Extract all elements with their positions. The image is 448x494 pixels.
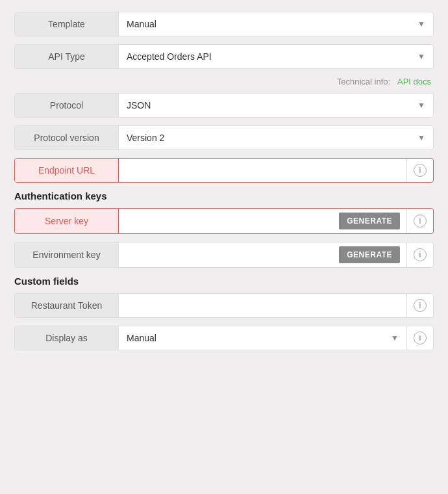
- environment-key-generate-button[interactable]: GENERATE: [339, 246, 400, 263]
- api-type-dropdown-arrow: ▼: [417, 52, 425, 61]
- environment-key-input-wrapper: GENERATE: [119, 242, 406, 267]
- environment-key-info-button[interactable]: i: [406, 242, 433, 267]
- template-row: Template Manual ▼: [14, 12, 434, 36]
- protocol-version-dropdown-arrow: ▼: [417, 133, 425, 142]
- endpoint-url-input[interactable]: [125, 165, 400, 176]
- template-label: Template: [15, 12, 119, 36]
- restaurant-token-input[interactable]: [125, 300, 400, 311]
- protocol-label: Protocol: [15, 94, 119, 117]
- endpoint-url-info-icon: i: [414, 164, 427, 177]
- endpoint-url-label: Endpoint URL: [15, 159, 119, 182]
- display-as-info-icon: i: [414, 332, 427, 344]
- protocol-dropdown-arrow: ▼: [417, 101, 425, 110]
- protocol-version-row: Protocol version Version 2 ▼: [14, 125, 434, 150]
- template-value: Manual: [127, 19, 412, 29]
- environment-key-input[interactable]: [125, 250, 339, 260]
- technical-info-prefix: Technical info:: [337, 77, 390, 86]
- form-container: Template Manual ▼ API Type Accepted Orde…: [6, 6, 442, 363]
- display-as-info-button[interactable]: i: [406, 326, 433, 350]
- technical-info: Technical info: API docs: [14, 77, 434, 86]
- api-type-label: API Type: [15, 45, 119, 68]
- restaurant-token-input-wrapper: [119, 294, 406, 317]
- endpoint-url-info-button[interactable]: i: [406, 159, 433, 182]
- display-as-label: Display as: [15, 326, 119, 350]
- template-select-wrapper[interactable]: Manual ▼: [119, 12, 433, 36]
- restaurant-token-info-button[interactable]: i: [406, 294, 433, 317]
- protocol-version-label: Protocol version: [15, 126, 119, 150]
- protocol-row: Protocol JSON ▼: [14, 93, 434, 118]
- endpoint-url-input-wrapper: [119, 159, 406, 182]
- display-as-select-wrapper[interactable]: Manual ▼: [119, 326, 406, 350]
- display-as-row: Display as Manual ▼ i: [14, 326, 434, 350]
- auth-section-title: Authentication keys: [14, 190, 434, 202]
- endpoint-url-row: Endpoint URL i: [14, 158, 434, 183]
- environment-key-row: Environment key GENERATE i: [14, 242, 434, 268]
- custom-fields-title: Custom fields: [14, 276, 434, 287]
- template-dropdown-arrow: ▼: [417, 20, 425, 29]
- protocol-value: JSON: [127, 100, 412, 110]
- restaurant-token-label: Restaurant Token: [15, 294, 119, 317]
- environment-key-info-icon: i: [414, 248, 427, 261]
- restaurant-token-row: Restaurant Token i: [14, 293, 434, 318]
- server-key-info-icon: i: [414, 214, 427, 228]
- api-docs-link[interactable]: API docs: [397, 77, 431, 86]
- server-key-label: Server key: [15, 209, 119, 233]
- restaurant-token-info-icon: i: [414, 299, 427, 312]
- server-key-input[interactable]: [125, 216, 339, 226]
- api-type-value: Accepted Orders API: [127, 51, 412, 62]
- protocol-version-select-wrapper[interactable]: Version 2 ▼: [119, 126, 433, 150]
- server-key-row: Server key GENERATE i: [14, 208, 434, 234]
- display-as-dropdown-arrow: ▼: [391, 333, 399, 343]
- server-key-generate-button[interactable]: GENERATE: [339, 213, 400, 229]
- display-as-value: Manual: [127, 333, 386, 343]
- server-key-info-button[interactable]: i: [406, 209, 433, 233]
- protocol-select-wrapper[interactable]: JSON ▼: [119, 94, 433, 117]
- protocol-version-value: Version 2: [127, 133, 412, 143]
- server-key-input-wrapper: GENERATE: [119, 209, 406, 233]
- api-type-row: API Type Accepted Orders API ▼: [14, 44, 434, 69]
- environment-key-label: Environment key: [15, 242, 119, 267]
- api-type-select-wrapper[interactable]: Accepted Orders API ▼: [119, 45, 433, 68]
